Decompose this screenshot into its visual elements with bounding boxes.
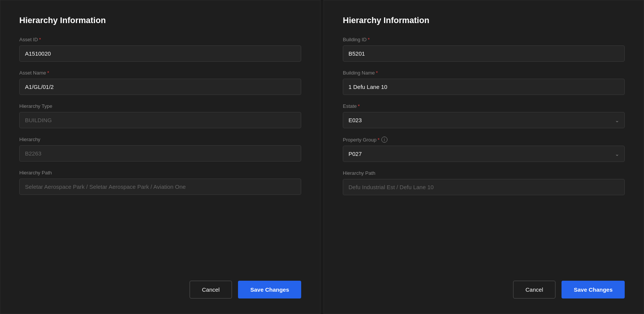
estate-label: Estate * bbox=[343, 103, 625, 109]
hierarchy-type-group: Hierarchy Type bbox=[19, 103, 301, 128]
asset-name-required: * bbox=[47, 70, 49, 76]
save-button-left[interactable]: Save Changes bbox=[238, 281, 301, 298]
panel-left-title: Hierarchy Information bbox=[19, 16, 301, 25]
hierarchy-type-label: Hierarchy Type bbox=[19, 103, 301, 109]
building-id-required: * bbox=[368, 37, 370, 42]
hierarchy-group: Hierarchy bbox=[19, 137, 301, 162]
hierarchy-path-group-right: Hierarchy Path bbox=[343, 170, 625, 195]
asset-id-required: * bbox=[39, 37, 41, 42]
footer-buttons-right: Cancel Save Changes bbox=[343, 269, 625, 298]
building-id-label: Building ID * bbox=[343, 37, 625, 42]
hierarchy-path-label-right: Hierarchy Path bbox=[343, 170, 625, 176]
property-group-select-wrapper: P027 ⌄ bbox=[343, 146, 625, 162]
hierarchy-path-group-left: Hierarchy Path bbox=[19, 170, 301, 195]
building-name-input[interactable] bbox=[343, 79, 625, 95]
asset-id-label: Asset ID * bbox=[19, 37, 301, 42]
panels-container: Hierarchy Information Asset ID * Asset N… bbox=[0, 0, 644, 314]
asset-id-group: Asset ID * bbox=[19, 37, 301, 62]
building-name-label: Building Name * bbox=[343, 70, 625, 76]
building-id-group: Building ID * bbox=[343, 37, 625, 62]
building-id-input[interactable] bbox=[343, 45, 625, 62]
asset-name-group: Asset Name * bbox=[19, 70, 301, 95]
property-group-label: Property Group * i bbox=[343, 137, 625, 143]
cancel-button-right[interactable]: Cancel bbox=[513, 281, 556, 298]
estate-group: Estate * E023 ⌄ bbox=[343, 103, 625, 128]
asset-name-input[interactable] bbox=[19, 79, 301, 95]
hierarchy-path-input-left[interactable] bbox=[19, 179, 301, 195]
estate-select-wrapper: E023 ⌄ bbox=[343, 112, 625, 128]
hierarchy-path-label-left: Hierarchy Path bbox=[19, 170, 301, 176]
property-group-required: * bbox=[378, 137, 380, 143]
panel-right-title: Hierarchy Information bbox=[343, 16, 625, 25]
footer-buttons-left: Cancel Save Changes bbox=[19, 269, 301, 298]
save-button-right[interactable]: Save Changes bbox=[562, 281, 625, 298]
building-name-group: Building Name * bbox=[343, 70, 625, 95]
hierarchy-label: Hierarchy bbox=[19, 137, 301, 142]
property-group-select[interactable]: P027 bbox=[343, 146, 625, 162]
asset-id-input[interactable] bbox=[19, 45, 301, 62]
property-group-group: Property Group * i P027 ⌄ bbox=[343, 137, 625, 162]
building-name-required: * bbox=[376, 70, 378, 76]
panel-left: Hierarchy Information Asset ID * Asset N… bbox=[0, 0, 320, 314]
asset-name-label: Asset Name * bbox=[19, 70, 301, 76]
hierarchy-type-input[interactable] bbox=[19, 112, 301, 128]
property-group-info-icon[interactable]: i bbox=[381, 137, 387, 143]
hierarchy-input[interactable] bbox=[19, 145, 301, 162]
hierarchy-path-input-right[interactable] bbox=[343, 179, 625, 195]
cancel-button-left[interactable]: Cancel bbox=[190, 281, 232, 298]
estate-select[interactable]: E023 bbox=[343, 112, 625, 128]
estate-required: * bbox=[358, 103, 360, 109]
panel-right: Hierarchy Information Building ID * Buil… bbox=[324, 0, 644, 314]
